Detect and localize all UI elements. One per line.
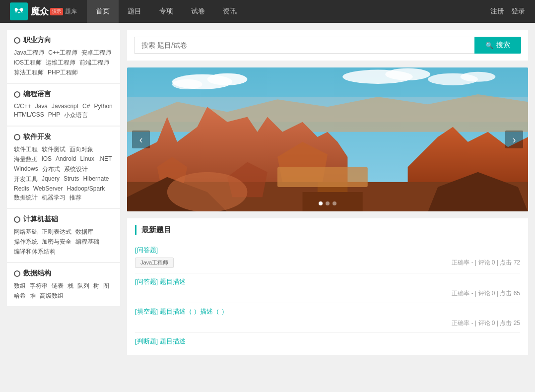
carousel-dot-1[interactable] <box>319 201 323 205</box>
sidebar-link[interactable]: 哈希 <box>14 292 26 300</box>
sidebar-link[interactable]: Linux <box>80 155 94 164</box>
sidebar-link[interactable]: 系统设计 <box>64 165 88 174</box>
sidebar-link[interactable]: 数据库 <box>75 228 93 236</box>
sidebar-link[interactable]: C/C++ <box>14 103 31 110</box>
sidebar-link[interactable]: 树 <box>93 282 99 290</box>
question-link-3[interactable]: [填空题] 题目描述（ ）描述（ ） <box>135 307 228 316</box>
sidebar-link[interactable]: Struts <box>64 175 79 184</box>
sidebar-link[interactable]: iOS <box>42 155 52 164</box>
sidebar-link[interactable]: 高级数组 <box>40 292 64 300</box>
question-stats-3: 正确率 - | 评论 0 | 点击 25 <box>452 319 520 327</box>
sidebar-link[interactable]: Hadoop/Spark <box>67 185 105 192</box>
register-button[interactable]: 注册 <box>490 7 504 16</box>
sidebar-link[interactable]: 算法工程师 <box>14 68 44 77</box>
sidebar-link[interactable]: 队列 <box>77 282 89 290</box>
sidebar-link[interactable]: 数据统计 <box>14 194 38 202</box>
nav-item-exam[interactable]: 试卷 <box>182 0 214 23</box>
sidebar-link[interactable]: 推荐 <box>69 194 81 202</box>
sidebar-link[interactable]: Redis <box>14 185 29 192</box>
logo-area: 魔众 演示 题库 <box>10 2 77 20</box>
ds-title-icon <box>14 270 20 277</box>
question-item-3: [填空题] 题目描述（ ）描述（ ） 正确率 - | 评论 0 | 点击 25 <box>135 303 520 333</box>
sidebar-link[interactable]: Jquery <box>42 175 60 184</box>
main-nav: 首页 题目 专项 试卷 资讯 <box>87 0 490 23</box>
sidebar-link[interactable]: Javascript <box>52 103 78 110</box>
sidebar-link[interactable]: 链表 <box>52 282 64 290</box>
svg-point-9 <box>461 72 496 82</box>
svg-rect-21 <box>277 167 368 187</box>
sidebar-link[interactable]: .NET <box>98 155 112 164</box>
sidebar-link[interactable]: 编程基础 <box>75 238 99 246</box>
sidebar-link[interactable]: HTML/CSS <box>14 111 44 120</box>
sidebar-link[interactable]: iOS工程师 <box>14 59 42 67</box>
svg-point-20 <box>167 172 248 211</box>
sidebar-link[interactable]: C# <box>82 103 90 110</box>
sidebar-link[interactable]: 网络基础 <box>14 228 38 236</box>
nav-item-special[interactable]: 专项 <box>150 0 182 23</box>
sidebar-link[interactable]: 栈 <box>67 282 73 290</box>
sidebar-link[interactable]: 面向对象 <box>69 145 93 154</box>
sidebar-link[interactable]: C++工程师 <box>48 49 77 57</box>
logo-svg-icon <box>13 6 24 17</box>
nav-item-questions[interactable]: 题目 <box>119 0 150 23</box>
logo-text: 魔众 <box>31 5 49 17</box>
sidebar-section-title-software: 软件开发 <box>14 132 113 141</box>
sidebar-links-language: C/C++ Java Javascript C# Python HTML/CSS… <box>14 103 113 120</box>
sidebar-link[interactable]: PHP <box>48 111 61 120</box>
sidebar-link[interactable]: Java工程师 <box>14 49 44 57</box>
sidebar-link[interactable]: 软件测试 <box>42 145 66 154</box>
sidebar-link[interactable]: 操作系统 <box>14 238 38 246</box>
sidebar-link[interactable]: 字符串 <box>30 282 48 290</box>
search-bar: 🔍 搜索 <box>127 30 528 61</box>
question-category-tag-1[interactable]: Java工程师 <box>135 258 174 268</box>
header: 魔众 演示 题库 首页 题目 专项 试卷 资讯 注册 登录 <box>0 0 535 23</box>
sidebar-link[interactable]: 小众语言 <box>64 111 88 120</box>
question-link-1[interactable]: [问答题] <box>135 246 158 255</box>
sidebar-link[interactable]: 加密与安全 <box>42 238 71 246</box>
sidebar-link[interactable]: Java <box>35 103 48 110</box>
sidebar-link[interactable]: 海量数据 <box>14 155 38 164</box>
sidebar-link-hibernate[interactable]: Hibernate <box>83 175 109 184</box>
sidebar-links-software: 软件工程 软件测试 面向对象 海量数据 iOS Android Linux .N… <box>14 145 113 202</box>
sidebar-link[interactable]: PHP工程师 <box>48 68 78 77</box>
sidebar-link[interactable]: WebServer <box>33 185 63 192</box>
sidebar-link[interactable]: 编译和体系结构 <box>14 248 56 256</box>
sidebar-link[interactable]: Python <box>94 103 112 110</box>
sidebar-link[interactable]: 正则表达式 <box>42 228 71 236</box>
sidebar-section-ds: 数据结构 数组 字符串 链表 栈 队列 树 图 哈希 堆 高级数组 <box>7 263 120 306</box>
sidebar-link[interactable]: 数组 <box>14 282 26 290</box>
question-link-4[interactable]: [判断题] 题目描述 <box>135 337 186 346</box>
sidebar-link[interactable]: Android <box>56 155 76 164</box>
sidebar-link[interactable]: 开发工具 <box>14 175 38 184</box>
nav-item-home[interactable]: 首页 <box>87 0 119 23</box>
language-title-icon <box>14 91 20 98</box>
carousel-dot-3[interactable] <box>333 201 336 205</box>
svg-point-7 <box>385 68 430 80</box>
sidebar-section-language: 编程语言 C/C++ Java Javascript C# Python HTM… <box>7 84 120 126</box>
sidebar-link[interactable]: 分布式 <box>42 165 60 174</box>
carousel-dots <box>319 201 336 205</box>
carousel-image <box>127 67 528 211</box>
search-button[interactable]: 🔍 搜索 <box>474 37 521 54</box>
sidebar-link[interactable]: 堆 <box>30 292 36 300</box>
search-input[interactable] <box>134 37 474 54</box>
login-button[interactable]: 登录 <box>511 7 525 16</box>
sidebar-link[interactable]: Windows <box>14 165 38 174</box>
sidebar-link[interactable]: 机器学习 <box>42 194 66 202</box>
question-stats-1: 正确率 - | 评论 0 | 点击 72 <box>452 259 520 267</box>
nav-item-news[interactable]: 资讯 <box>214 0 246 23</box>
sidebar-section-title-career: 职业方向 <box>14 36 113 45</box>
sidebar-section-title-cs: 计算机基础 <box>14 215 113 224</box>
carousel-prev-button[interactable]: ‹ <box>132 131 150 148</box>
main-content: 🔍 搜索 <box>127 30 528 355</box>
sidebar-section-title-ds: 数据结构 <box>14 269 113 278</box>
sidebar-link[interactable]: 运维工程师 <box>46 59 75 67</box>
sidebar-link[interactable]: 安卓工程师 <box>81 49 111 57</box>
sidebar-link[interactable]: 前端工程师 <box>79 59 109 67</box>
sidebar-link[interactable]: 图 <box>103 282 109 290</box>
sidebar-link[interactable]: 软件工程 <box>14 145 38 154</box>
question-link-2[interactable]: [问答题] 题目描述 <box>135 277 186 286</box>
carousel-next-button[interactable]: › <box>505 131 523 148</box>
software-title-icon <box>14 134 20 140</box>
carousel-dot-2[interactable] <box>326 201 330 205</box>
